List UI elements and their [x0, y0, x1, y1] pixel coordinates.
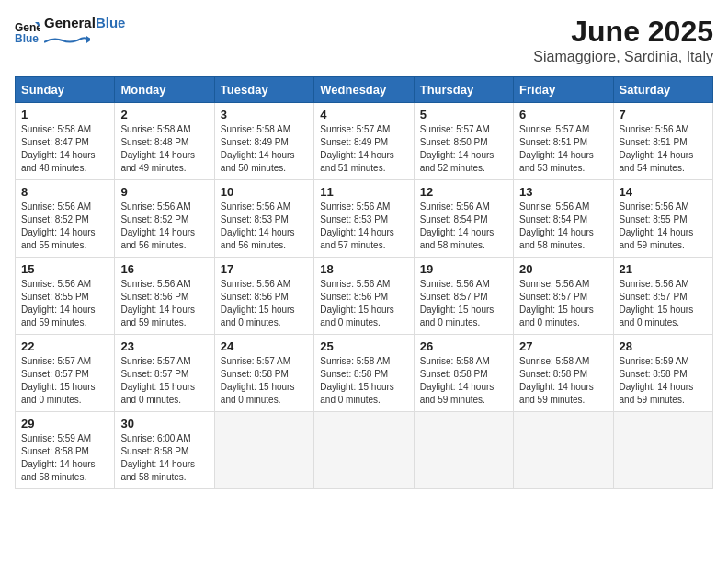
weekday-header-sunday: Sunday — [16, 77, 115, 103]
day-number: 15 — [21, 262, 108, 276]
day-number: 7 — [620, 108, 707, 121]
day-info: Sunrise: 5:57 AM Sunset: 8:51 PM Dayligh… — [519, 123, 607, 175]
day-info: Sunrise: 5:59 AM Sunset: 8:58 PM Dayligh… — [620, 355, 707, 407]
day-number: 2 — [120, 108, 208, 121]
day-info: Sunrise: 5:57 AM Sunset: 8:57 PM Dayligh… — [21, 355, 108, 407]
week-row-1: 1Sunrise: 5:58 AM Sunset: 8:47 PM Daylig… — [16, 103, 713, 180]
logo-blue: Blue — [96, 15, 126, 30]
day-info: Sunrise: 5:56 AM Sunset: 8:56 PM Dayligh… — [320, 278, 407, 329]
day-info: Sunrise: 5:58 AM Sunset: 8:58 PM Dayligh… — [320, 355, 407, 407]
day-info: Sunrise: 5:56 AM Sunset: 8:52 PM Dayligh… — [21, 201, 108, 252]
day-cell: 18Sunrise: 5:56 AM Sunset: 8:56 PM Dayli… — [314, 258, 414, 335]
day-info: Sunrise: 5:58 AM Sunset: 8:58 PM Dayligh… — [420, 355, 507, 407]
day-cell: 4Sunrise: 5:57 AM Sunset: 8:49 PM Daylig… — [314, 103, 414, 180]
day-info: Sunrise: 5:56 AM Sunset: 8:53 PM Dayligh… — [221, 201, 308, 252]
day-cell: 3Sunrise: 5:58 AM Sunset: 8:49 PM Daylig… — [214, 103, 313, 180]
day-number: 19 — [420, 262, 507, 276]
day-info: Sunrise: 5:57 AM Sunset: 8:50 PM Dayligh… — [420, 123, 507, 175]
day-number: 16 — [120, 262, 208, 276]
day-number: 17 — [221, 262, 308, 276]
day-info: Sunrise: 5:57 AM Sunset: 8:58 PM Dayligh… — [221, 355, 308, 407]
weekday-header-wednesday: Wednesday — [314, 77, 414, 103]
day-number: 26 — [420, 339, 507, 353]
day-number: 27 — [519, 339, 607, 353]
logo-icon: General Blue — [15, 18, 40, 44]
logo-general: General — [44, 15, 96, 30]
day-cell: 10Sunrise: 5:56 AM Sunset: 8:53 PM Dayli… — [214, 180, 313, 258]
day-cell: 15Sunrise: 5:56 AM Sunset: 8:55 PM Dayli… — [16, 258, 115, 335]
day-cell: 25Sunrise: 5:58 AM Sunset: 8:58 PM Dayli… — [314, 335, 414, 412]
day-info: Sunrise: 6:00 AM Sunset: 8:58 PM Dayligh… — [120, 432, 208, 484]
day-number: 8 — [21, 185, 108, 199]
day-number: 13 — [519, 185, 607, 199]
weekday-header-tuesday: Tuesday — [214, 77, 313, 103]
day-number: 30 — [120, 417, 208, 431]
day-number: 23 — [120, 339, 208, 353]
calendar-table: SundayMondayTuesdayWednesdayThursdayFrid… — [15, 76, 713, 489]
day-info: Sunrise: 5:56 AM Sunset: 8:54 PM Dayligh… — [519, 201, 607, 252]
day-cell: 24Sunrise: 5:57 AM Sunset: 8:58 PM Dayli… — [214, 335, 313, 412]
day-number: 12 — [420, 185, 507, 199]
day-cell: 17Sunrise: 5:56 AM Sunset: 8:56 PM Dayli… — [214, 258, 313, 335]
weekday-header-friday: Friday — [514, 77, 613, 103]
calendar-title: June 2025 — [533, 15, 713, 49]
page-header: General Blue GeneralBlue June 2025 Siama… — [15, 15, 713, 65]
day-cell: 13Sunrise: 5:56 AM Sunset: 8:54 PM Dayli… — [514, 180, 613, 258]
day-info: Sunrise: 5:58 AM Sunset: 8:58 PM Dayligh… — [519, 355, 607, 407]
day-cell: 9Sunrise: 5:56 AM Sunset: 8:52 PM Daylig… — [115, 180, 214, 258]
day-number: 10 — [221, 185, 308, 199]
day-cell: 2Sunrise: 5:58 AM Sunset: 8:48 PM Daylig… — [115, 103, 214, 180]
day-cell: 23Sunrise: 5:57 AM Sunset: 8:57 PM Dayli… — [115, 335, 214, 412]
week-row-2: 8Sunrise: 5:56 AM Sunset: 8:52 PM Daylig… — [16, 180, 713, 258]
day-number: 22 — [21, 339, 108, 353]
day-number: 28 — [620, 339, 707, 353]
day-number: 5 — [420, 108, 507, 121]
week-row-4: 22Sunrise: 5:57 AM Sunset: 8:57 PM Dayli… — [16, 335, 713, 412]
day-info: Sunrise: 5:56 AM Sunset: 8:57 PM Dayligh… — [620, 278, 707, 329]
day-cell: 19Sunrise: 5:56 AM Sunset: 8:57 PM Dayli… — [414, 258, 513, 335]
day-cell — [214, 412, 313, 489]
day-cell: 28Sunrise: 5:59 AM Sunset: 8:58 PM Dayli… — [613, 335, 712, 412]
day-cell: 22Sunrise: 5:57 AM Sunset: 8:57 PM Dayli… — [16, 335, 115, 412]
day-cell: 26Sunrise: 5:58 AM Sunset: 8:58 PM Dayli… — [414, 335, 513, 412]
day-info: Sunrise: 5:56 AM Sunset: 8:57 PM Dayligh… — [519, 278, 607, 329]
day-cell: 1Sunrise: 5:58 AM Sunset: 8:47 PM Daylig… — [16, 103, 115, 180]
day-cell: 5Sunrise: 5:57 AM Sunset: 8:50 PM Daylig… — [414, 103, 513, 180]
day-info: Sunrise: 5:56 AM Sunset: 8:56 PM Dayligh… — [221, 278, 308, 329]
day-number: 21 — [620, 262, 707, 276]
day-cell: 21Sunrise: 5:56 AM Sunset: 8:57 PM Dayli… — [613, 258, 712, 335]
day-cell: 12Sunrise: 5:56 AM Sunset: 8:54 PM Dayli… — [414, 180, 513, 258]
title-block: June 2025 Siamaggiore, Sardinia, Italy — [533, 15, 713, 65]
day-cell: 11Sunrise: 5:56 AM Sunset: 8:53 PM Dayli… — [314, 180, 414, 258]
day-info: Sunrise: 5:59 AM Sunset: 8:58 PM Dayligh… — [21, 432, 108, 484]
day-number: 11 — [320, 185, 407, 199]
day-number: 24 — [221, 339, 308, 353]
weekday-header-row: SundayMondayTuesdayWednesdayThursdayFrid… — [16, 77, 713, 103]
calendar-subtitle: Siamaggiore, Sardinia, Italy — [533, 49, 713, 65]
logo-wave — [44, 35, 90, 44]
day-info: Sunrise: 5:58 AM Sunset: 8:48 PM Dayligh… — [120, 123, 208, 175]
day-info: Sunrise: 5:56 AM Sunset: 8:52 PM Dayligh… — [120, 201, 208, 252]
day-info: Sunrise: 5:56 AM Sunset: 8:51 PM Dayligh… — [620, 123, 707, 175]
day-number: 25 — [320, 339, 407, 353]
day-number: 4 — [320, 108, 407, 121]
day-info: Sunrise: 5:58 AM Sunset: 8:49 PM Dayligh… — [221, 123, 308, 175]
day-info: Sunrise: 5:58 AM Sunset: 8:47 PM Dayligh… — [21, 123, 108, 175]
day-number: 18 — [320, 262, 407, 276]
day-info: Sunrise: 5:57 AM Sunset: 8:49 PM Dayligh… — [320, 123, 407, 175]
day-cell: 29Sunrise: 5:59 AM Sunset: 8:58 PM Dayli… — [16, 412, 115, 489]
weekday-header-saturday: Saturday — [613, 77, 712, 103]
day-number: 20 — [519, 262, 607, 276]
day-info: Sunrise: 5:56 AM Sunset: 8:54 PM Dayligh… — [420, 201, 507, 252]
day-cell: 30Sunrise: 6:00 AM Sunset: 8:58 PM Dayli… — [115, 412, 214, 489]
day-cell — [314, 412, 414, 489]
day-cell: 14Sunrise: 5:56 AM Sunset: 8:55 PM Dayli… — [613, 180, 712, 258]
day-info: Sunrise: 5:57 AM Sunset: 8:57 PM Dayligh… — [120, 355, 208, 407]
day-cell: 7Sunrise: 5:56 AM Sunset: 8:51 PM Daylig… — [613, 103, 712, 180]
day-info: Sunrise: 5:56 AM Sunset: 8:55 PM Dayligh… — [21, 278, 108, 329]
day-cell: 6Sunrise: 5:57 AM Sunset: 8:51 PM Daylig… — [514, 103, 613, 180]
day-number: 1 — [21, 108, 108, 121]
svg-text:Blue: Blue — [15, 32, 39, 44]
day-cell: 20Sunrise: 5:56 AM Sunset: 8:57 PM Dayli… — [514, 258, 613, 335]
day-cell — [514, 412, 613, 489]
